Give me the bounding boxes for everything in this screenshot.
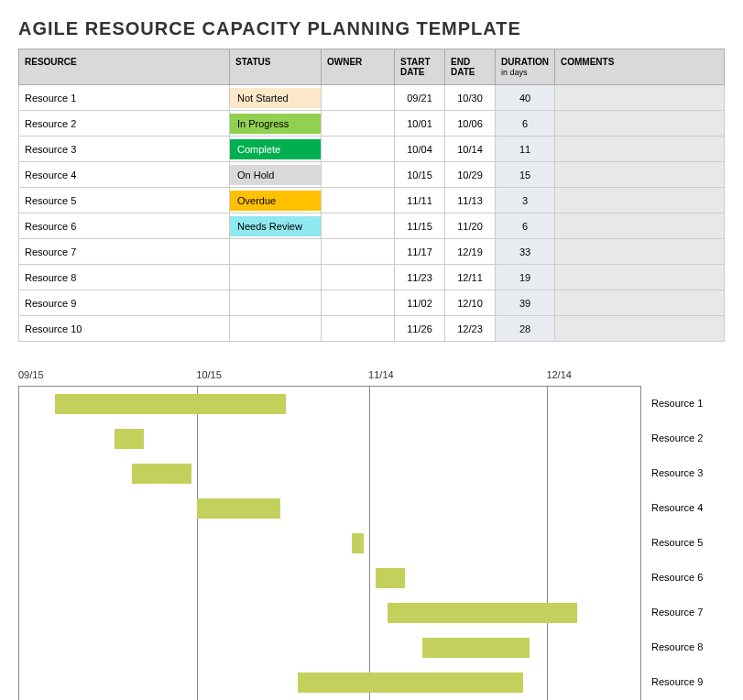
- gantt-bar: [352, 533, 364, 553]
- cell-status: Overdue: [230, 188, 322, 213]
- gantt-bar-label: Resource 1: [651, 398, 703, 409]
- gantt-bar-label: Resource 7: [651, 607, 703, 618]
- cell-comments: [555, 290, 725, 316]
- cell-start: 11/23: [395, 265, 445, 290]
- table-row: Resource 6Needs Review11/1511/206: [19, 213, 725, 239]
- status-badge: Complete: [230, 139, 321, 159]
- cell-comments: [555, 316, 725, 342]
- timeline-tick: 12/14: [546, 369, 572, 380]
- cell-resource: Resource 4: [19, 162, 230, 188]
- cell-owner: [322, 188, 395, 213]
- gantt-bar: [55, 394, 287, 414]
- cell-comments: [555, 85, 725, 111]
- gantt-row: Resource 6: [19, 566, 640, 590]
- cell-status: [230, 239, 322, 265]
- table-row: Resource 4On Hold10/1510/2915: [19, 162, 725, 188]
- status-badge: Needs Review: [230, 216, 321, 236]
- gantt-row: Resource 1: [19, 392, 640, 416]
- cell-owner: [322, 137, 395, 162]
- cell-resource: Resource 6: [19, 213, 230, 239]
- gantt-bar: [115, 429, 144, 449]
- status-badge: Not Started: [230, 88, 321, 108]
- header-start: START DATE: [395, 49, 445, 85]
- gantt-row: Resource 5: [19, 531, 640, 555]
- gantt-row: Resource 8: [19, 636, 640, 660]
- cell-duration: 11: [496, 137, 555, 162]
- table-row: Resource 811/2312/1119: [19, 265, 725, 290]
- header-end: END DATE: [445, 49, 496, 85]
- header-resource: RESOURCE: [19, 49, 230, 85]
- gantt-bar-label: Resource 6: [651, 572, 703, 583]
- gantt-bar: [197, 498, 280, 519]
- gantt-bar-label: Resource 5: [651, 537, 703, 548]
- cell-status: Needs Review: [230, 213, 322, 239]
- cell-owner: [322, 316, 395, 342]
- gantt-chart: 09/1510/1511/1412/14 Resource 1Resource …: [18, 369, 725, 700]
- timeline-tick: 11/14: [368, 369, 394, 380]
- cell-comments: [555, 265, 725, 290]
- cell-end: 10/30: [445, 85, 496, 111]
- cell-comments: [555, 111, 725, 137]
- cell-start: 11/02: [395, 290, 445, 316]
- cell-duration: 28: [496, 316, 555, 342]
- gantt-bar-label: Resource 4: [651, 502, 703, 513]
- cell-duration: 19: [496, 265, 555, 290]
- cell-end: 12/19: [445, 239, 496, 265]
- table-row: Resource 2In Progress10/0110/066: [19, 111, 725, 137]
- gantt-row: Resource 4: [19, 497, 640, 520]
- cell-duration: 40: [496, 85, 555, 111]
- cell-comments: [555, 162, 725, 188]
- gantt-bar-label: Resource 3: [651, 467, 703, 478]
- cell-status: [230, 316, 322, 342]
- gantt-bar-label: Resource 2: [651, 432, 703, 443]
- cell-comments: [555, 239, 725, 265]
- cell-start: 11/15: [395, 213, 445, 239]
- cell-status: Not Started: [230, 85, 322, 111]
- cell-resource: Resource 5: [19, 188, 230, 213]
- header-comments: COMMENTS: [555, 49, 725, 85]
- table-row: Resource 1Not Started09/2110/3040: [19, 85, 725, 111]
- status-badge: In Progress: [230, 114, 321, 134]
- page-title: AGILE RESOURCE CAPACITY PLANNING TEMPLAT…: [18, 18, 725, 39]
- cell-comments: [555, 188, 725, 213]
- cell-owner: [322, 213, 395, 239]
- cell-status: [230, 290, 322, 316]
- cell-duration: 6: [496, 111, 555, 137]
- gantt-bar-label: Resource 9: [651, 676, 703, 687]
- cell-end: 10/06: [445, 111, 496, 137]
- cell-start: 11/17: [395, 239, 445, 265]
- header-duration: DURATIONin days: [496, 49, 555, 85]
- cell-start: 09/21: [395, 85, 445, 111]
- cell-duration: 39: [496, 290, 555, 316]
- cell-resource: Resource 1: [19, 85, 230, 111]
- gantt-bar: [422, 638, 530, 658]
- cell-start: 11/26: [395, 316, 445, 342]
- cell-owner: [322, 162, 395, 188]
- cell-status: On Hold: [230, 162, 322, 188]
- table-row: Resource 5Overdue11/1111/133: [19, 188, 725, 213]
- cell-status: Complete: [230, 137, 322, 162]
- status-badge: Overdue: [230, 191, 321, 211]
- gantt-row: Resource 3: [19, 462, 640, 486]
- cell-comments: [555, 137, 725, 162]
- gantt-row: Resource 2: [19, 427, 640, 451]
- gantt-bar: [132, 464, 191, 484]
- table-row: Resource 1011/2612/2328: [19, 316, 725, 342]
- cell-resource: Resource 2: [19, 111, 230, 137]
- cell-end: 12/23: [445, 316, 496, 342]
- resource-table: RESOURCE STATUS OWNER START DATE END DAT…: [18, 49, 725, 342]
- header-owner: OWNER: [322, 49, 395, 85]
- cell-duration: 33: [496, 239, 555, 265]
- gantt-bar: [298, 673, 523, 693]
- cell-end: 10/14: [445, 137, 496, 162]
- cell-status: [230, 265, 322, 290]
- gantt-timeline: 09/1510/1511/1412/14: [18, 369, 725, 386]
- cell-resource: Resource 9: [19, 290, 230, 316]
- cell-status: In Progress: [230, 111, 322, 137]
- cell-owner: [322, 85, 395, 111]
- timeline-tick: 10/15: [196, 369, 222, 380]
- cell-resource: Resource 7: [19, 239, 230, 265]
- cell-end: 12/11: [445, 265, 496, 290]
- cell-end: 11/13: [445, 188, 496, 213]
- gantt-bar: [388, 603, 577, 623]
